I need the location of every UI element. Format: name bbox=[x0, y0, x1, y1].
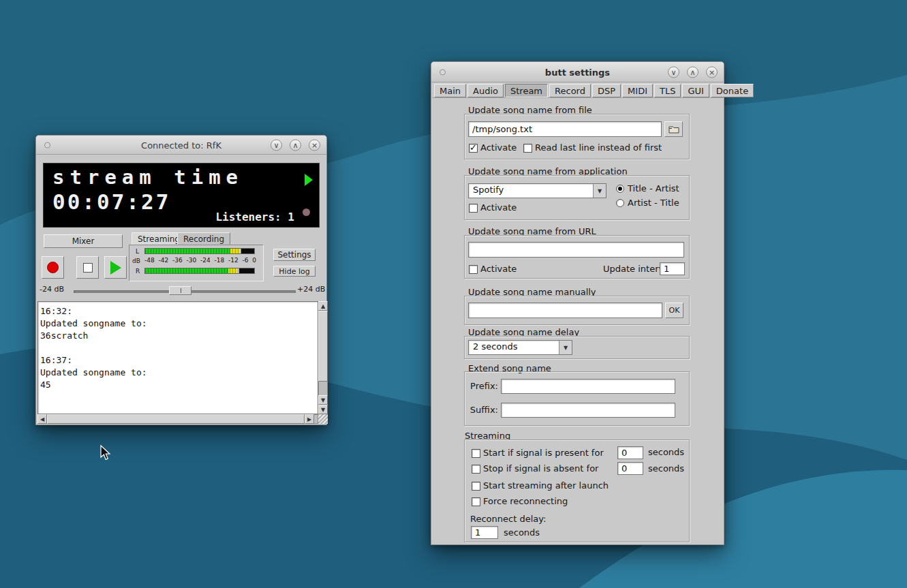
settings-button[interactable]: Settings bbox=[273, 249, 316, 261]
settings-titlebar[interactable]: butt settings ∨ ∧ × bbox=[431, 62, 724, 82]
song-file-input[interactable] bbox=[468, 121, 662, 137]
close-icon[interactable]: × bbox=[706, 66, 718, 78]
title-artist-label[interactable]: Title - Artist bbox=[628, 183, 679, 194]
suffix-input[interactable] bbox=[501, 403, 675, 418]
start-after-launch-checkbox[interactable] bbox=[472, 482, 480, 491]
tick-label: 0 bbox=[252, 257, 256, 264]
meter-left-label: L bbox=[136, 248, 139, 255]
log-area[interactable]: 16:32: Updated songname to: 36scratch 16… bbox=[37, 301, 318, 414]
song-url-input[interactable] bbox=[468, 242, 684, 258]
maximize-icon[interactable]: ∧ bbox=[687, 66, 698, 78]
scroll-down-icon[interactable]: ▼ bbox=[318, 395, 328, 405]
shade-icon[interactable]: ∨ bbox=[668, 66, 679, 78]
tab-audio[interactable]: Audio bbox=[467, 84, 504, 97]
read-last-line-label[interactable]: Read last line instead of first bbox=[535, 142, 662, 153]
url-activate-checkbox[interactable] bbox=[469, 265, 478, 274]
vu-meter-right-bar bbox=[144, 268, 255, 274]
manual-song-input[interactable] bbox=[468, 303, 662, 318]
tab-donate[interactable]: Donate bbox=[711, 84, 754, 97]
tick-label: -12 bbox=[228, 257, 239, 264]
log-text: 16:32: Updated songname to: 36scratch 16… bbox=[38, 302, 318, 394]
url-activate-label[interactable]: Activate bbox=[480, 264, 517, 274]
vscrollbar-thumb[interactable] bbox=[318, 311, 328, 382]
tab-record[interactable]: Record bbox=[549, 84, 591, 97]
dropdown-arrow-icon: ▼ bbox=[593, 184, 606, 198]
seconds-label: seconds bbox=[648, 447, 684, 457]
tick-label: -18 bbox=[214, 257, 224, 264]
tab-dsp[interactable]: DSP bbox=[592, 84, 621, 97]
start-after-launch-label[interactable]: Start streaming after launch bbox=[483, 480, 609, 491]
dropdown-arrow-icon: ▼ bbox=[559, 341, 572, 354]
meter-right-label: R bbox=[136, 268, 140, 275]
stop-icon bbox=[83, 263, 93, 273]
reconnect-delay-input[interactable] bbox=[471, 526, 498, 539]
main-titlebar[interactable]: Connected to: RfK ∨ ∧ × bbox=[36, 136, 326, 155]
update-interval-input[interactable] bbox=[660, 262, 685, 275]
record-button[interactable] bbox=[42, 256, 64, 279]
scroll-left-icon[interactable]: ◀ bbox=[37, 414, 47, 424]
ok-button[interactable]: OK bbox=[665, 303, 683, 318]
application-activate-label[interactable]: Activate bbox=[480, 202, 517, 213]
file-activate-label[interactable]: Activate bbox=[480, 142, 517, 153]
tab-main[interactable]: Main bbox=[434, 84, 466, 97]
lcd-status-text: stream time bbox=[52, 166, 243, 189]
gain-min-label: -24 dB bbox=[40, 285, 64, 294]
reconnect-delay-label: Reconnect delay: bbox=[470, 514, 546, 524]
stop-button[interactable] bbox=[76, 256, 99, 279]
tick-label: -42 bbox=[158, 257, 168, 264]
force-reconnecting-label[interactable]: Force reconnecting bbox=[483, 496, 568, 506]
delay-dropdown-value: 2 seconds bbox=[469, 341, 559, 354]
mixer-button[interactable]: Mixer bbox=[44, 234, 123, 248]
artist-title-radio[interactable] bbox=[616, 199, 624, 207]
tick-label: -6 bbox=[242, 257, 248, 264]
scroll-down-icon[interactable]: ▼ bbox=[318, 405, 328, 414]
close-icon[interactable]: × bbox=[309, 139, 320, 151]
mouse-cursor bbox=[99, 445, 113, 461]
read-last-line-checkbox[interactable] bbox=[523, 144, 532, 153]
delay-dropdown[interactable]: 2 seconds ▼ bbox=[468, 340, 572, 355]
force-reconnecting-checkbox[interactable] bbox=[472, 497, 480, 506]
resize-grip[interactable] bbox=[318, 414, 328, 424]
artist-title-label[interactable]: Artist - Title bbox=[628, 198, 679, 208]
lcd-time-text: 00:07:27 bbox=[52, 189, 170, 214]
hscrollbar-thumb[interactable] bbox=[47, 414, 305, 424]
title-artist-radio[interactable] bbox=[616, 185, 624, 193]
tick-label: -30 bbox=[186, 257, 196, 264]
application-dropdown[interactable]: Spotify ▼ bbox=[468, 183, 606, 198]
main-window-body: stream time 00:07:27 Listeners: 1 Mixer … bbox=[36, 155, 326, 424]
lcd-display: stream time 00:07:27 Listeners: 1 bbox=[43, 163, 320, 228]
shade-icon[interactable]: ∨ bbox=[271, 139, 282, 151]
stop-if-signal-checkbox[interactable] bbox=[472, 465, 480, 474]
scroll-right-icon[interactable]: ▶ bbox=[305, 414, 314, 424]
hide-log-button[interactable]: Hide log bbox=[273, 266, 316, 277]
main-window: Connected to: RfK ∨ ∧ × stream time 00:0… bbox=[35, 135, 327, 425]
lcd-status-dot bbox=[303, 208, 310, 216]
prefix-input[interactable] bbox=[501, 379, 675, 394]
stop-if-signal-label[interactable]: Stop if signal is absent for bbox=[483, 463, 598, 474]
maximize-icon[interactable]: ∧ bbox=[290, 139, 301, 151]
stop-signal-seconds-input[interactable] bbox=[617, 462, 643, 475]
start-signal-seconds-input[interactable] bbox=[617, 446, 643, 459]
tab-gui[interactable]: GUI bbox=[682, 84, 709, 97]
file-activate-checkbox[interactable] bbox=[469, 144, 478, 153]
tab-recording[interactable]: Recording bbox=[177, 232, 230, 245]
tab-stream[interactable]: Stream bbox=[505, 84, 548, 97]
lcd-listeners-text: Listeners: 1 bbox=[215, 211, 294, 223]
application-dropdown-value: Spotify bbox=[469, 184, 593, 198]
play-button[interactable] bbox=[104, 256, 127, 279]
tab-midi[interactable]: MIDI bbox=[622, 84, 653, 97]
scroll-up-icon[interactable]: ▲ bbox=[318, 301, 328, 311]
tab-divider bbox=[432, 97, 723, 98]
seconds-label: seconds bbox=[648, 463, 684, 474]
settings-tab-bar: Main Audio Stream Record DSP MIDI TLS GU… bbox=[434, 84, 754, 97]
tab-tls[interactable]: TLS bbox=[654, 84, 681, 97]
meter-db-label: dB bbox=[132, 258, 140, 264]
browse-folder-button[interactable] bbox=[664, 121, 683, 137]
start-if-signal-checkbox[interactable] bbox=[472, 449, 480, 458]
start-if-signal-label[interactable]: Start if signal is present for bbox=[483, 448, 604, 458]
application-activate-checkbox[interactable] bbox=[469, 204, 478, 213]
seconds-label: seconds bbox=[504, 527, 540, 538]
vu-meter-scale: -48 -42 -36 -30 -24 -18 -12 -6 0 bbox=[144, 257, 256, 264]
gain-slider-thumb[interactable] bbox=[169, 286, 191, 295]
suffix-label: Suffix: bbox=[468, 405, 498, 415]
